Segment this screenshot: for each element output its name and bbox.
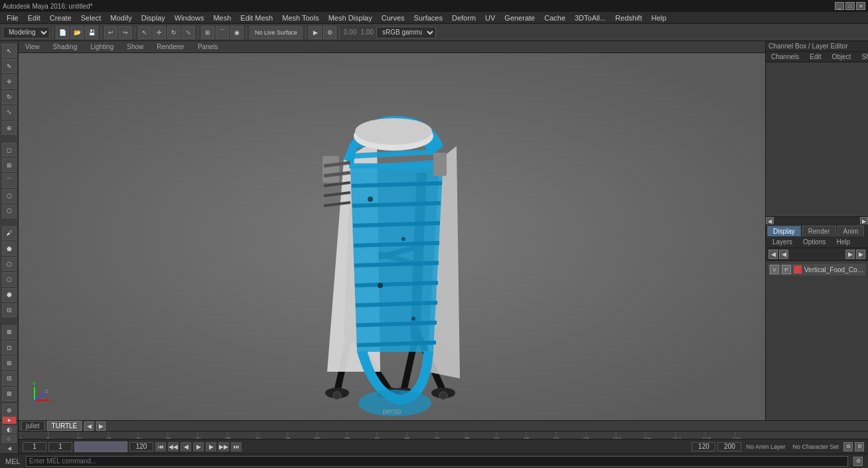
juliet-label[interactable]: juliet xyxy=(21,421,44,431)
tool6-button[interactable]: ⊟ xyxy=(2,303,17,317)
snap-grid-button[interactable]: ⊞ xyxy=(201,26,214,39)
render-button[interactable]: ▶ xyxy=(309,26,322,39)
curve-button[interactable]: ⌒ xyxy=(2,173,17,187)
move-button[interactable]: ✛ xyxy=(2,74,17,88)
sculpt-button[interactable]: ⬟ xyxy=(2,242,17,256)
snap-point-button[interactable]: ◉ xyxy=(230,26,244,39)
layer-color-swatch[interactable] xyxy=(794,266,802,273)
render-tab[interactable]: Render xyxy=(802,226,836,236)
open-button[interactable]: 📂 xyxy=(70,26,84,39)
render-settings-button[interactable]: ⚙ xyxy=(323,26,336,39)
close-button[interactable]: ✕ xyxy=(856,2,865,10)
turtle-label[interactable]: TURTLE xyxy=(47,421,82,431)
scale-tool-button[interactable]: ⤡ xyxy=(182,26,195,39)
playback-range-highlight[interactable] xyxy=(74,441,127,452)
edit-tab[interactable]: Edit xyxy=(804,52,826,62)
menu-create[interactable]: Create xyxy=(46,13,76,23)
mel-input[interactable] xyxy=(26,456,848,467)
half-key-button[interactable]: ◐ xyxy=(2,426,17,433)
next-layer-btn[interactable]: ◀ xyxy=(779,250,788,259)
menu-redshift[interactable]: Redshift xyxy=(611,13,646,23)
layout3-button[interactable]: ⊞ xyxy=(2,356,17,370)
channels-tab[interactable]: Channels xyxy=(766,52,804,62)
range-end-field[interactable]: 120 xyxy=(129,442,153,451)
viewport[interactable]: persp X Y Z xyxy=(19,53,765,420)
layer-up-btn[interactable]: ▶ xyxy=(845,250,855,259)
maximize-button[interactable]: □ xyxy=(845,2,855,10)
menu-help[interactable]: Help xyxy=(647,13,670,23)
layers-subtab[interactable]: Layers xyxy=(768,238,796,246)
menu-display[interactable]: Display xyxy=(137,13,169,23)
panels-tab[interactable]: Panels xyxy=(194,42,222,51)
object-tab[interactable]: Object xyxy=(827,52,857,62)
show-tab[interactable]: Show xyxy=(123,42,147,51)
menu-surfaces[interactable]: Surfaces xyxy=(410,13,447,23)
menu-select[interactable]: Select xyxy=(77,13,106,23)
go-end-button[interactable]: ⏭ xyxy=(231,442,242,451)
tool4-button[interactable]: ⬡ xyxy=(2,272,17,286)
menu-mesh-tools[interactable]: Mesh Tools xyxy=(278,13,323,23)
tool3-button[interactable]: ⬠ xyxy=(2,257,17,271)
poly-button[interactable]: ⬡ xyxy=(2,189,17,203)
status-options-btn[interactable]: ⚙ xyxy=(853,457,863,466)
move-tool-button[interactable]: ✛ xyxy=(153,26,166,39)
current-time-field[interactable]: 1 xyxy=(23,442,46,451)
step-fwd-button[interactable]: ▶ xyxy=(206,442,216,451)
renderer-tab[interactable]: Renderer xyxy=(153,42,188,51)
paint-button[interactable]: ✎ xyxy=(2,59,17,73)
anim-tab[interactable]: Anim xyxy=(837,226,865,236)
menu-uv[interactable]: UV xyxy=(481,13,499,23)
view-tab[interactable]: View xyxy=(21,42,44,51)
channel-box-scrollbar[interactable]: ◀ ▶ xyxy=(766,216,868,224)
snap-button[interactable]: ⊞ xyxy=(2,158,17,172)
menu-mesh-display[interactable]: Mesh Display xyxy=(325,13,376,23)
options-subtab[interactable]: Options xyxy=(799,238,830,246)
range-start-field[interactable]: 1 xyxy=(48,442,72,451)
menu-cache[interactable]: Cache xyxy=(540,13,569,23)
layout5-button[interactable]: ⊠ xyxy=(2,387,17,401)
show-tab[interactable]: Show xyxy=(856,52,868,62)
select-button[interactable]: ↖ xyxy=(2,44,17,58)
gamma-dropdown[interactable]: sRGB gamma xyxy=(376,27,436,39)
paint2-button[interactable]: 🖌 xyxy=(2,226,17,240)
char-options-btn[interactable]: ⚙ xyxy=(855,442,864,451)
menu-windows[interactable]: Windows xyxy=(171,13,208,23)
menu-mesh[interactable]: Mesh xyxy=(209,13,235,23)
redo-button[interactable]: ↪ xyxy=(119,26,132,39)
menu-curves[interactable]: Curves xyxy=(378,13,409,23)
max-time-field[interactable]: 120 xyxy=(691,442,715,451)
layer-playback-btn[interactable]: P xyxy=(782,265,791,274)
mode-dropdown[interactable]: Modeling xyxy=(3,27,50,39)
rotate-tool-button[interactable]: ↻ xyxy=(167,26,181,39)
menu-modify[interactable]: Modify xyxy=(106,13,135,23)
menu-3dto[interactable]: 3DToAll... xyxy=(571,13,610,23)
lasso-button[interactable]: ◻ xyxy=(2,143,17,157)
layer-visible-btn[interactable]: V xyxy=(770,265,779,274)
max-range-field[interactable]: 200 xyxy=(717,442,741,451)
menu-generate[interactable]: Generate xyxy=(500,13,539,23)
key-button[interactable]: ● xyxy=(2,416,17,424)
menu-file[interactable]: File xyxy=(3,13,23,23)
anim-prev-btn[interactable]: ◀ xyxy=(84,422,94,431)
go-start-button[interactable]: ⏮ xyxy=(155,442,166,451)
layer-down-btn[interactable]: ▶ xyxy=(856,250,865,259)
help-subtab[interactable]: Help xyxy=(832,238,854,246)
prev-layer-btn[interactable]: ◀ xyxy=(768,250,778,259)
shading-tab[interactable]: Shading xyxy=(49,42,82,51)
step-back-button[interactable]: ◀ xyxy=(181,442,191,451)
timeline-ruler[interactable]: 1 5 10 15 20 25 30 35 40 xyxy=(19,431,868,439)
play-button[interactable]: ▶ xyxy=(193,442,204,451)
layout2-button[interactable]: ⊡ xyxy=(2,341,17,354)
anim-options-btn[interactable]: ⚙ xyxy=(843,442,853,451)
menu-edit-mesh[interactable]: Edit Mesh xyxy=(236,13,277,23)
anim-next-btn[interactable]: ▶ xyxy=(96,422,106,431)
new-scene-button[interactable]: 📄 xyxy=(56,26,69,39)
menu-edit[interactable]: Edit xyxy=(24,13,44,23)
undo-button[interactable]: ↩ xyxy=(104,26,117,39)
select-tool-button[interactable]: ↖ xyxy=(138,26,151,39)
show-manip-button[interactable]: ⊕ xyxy=(2,121,17,135)
save-button[interactable]: 💾 xyxy=(85,26,98,39)
scale-button[interactable]: ⤡ xyxy=(2,106,17,119)
deform-button[interactable]: ⎔ xyxy=(2,204,17,218)
lighting-tab[interactable]: Lighting xyxy=(86,42,117,51)
